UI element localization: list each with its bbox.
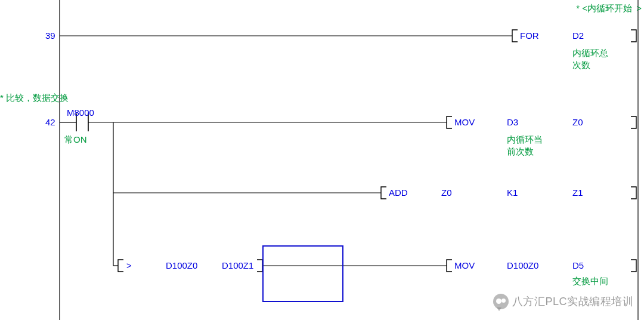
instruction-mov: MOV xyxy=(454,117,475,127)
compare-operator-gt: > xyxy=(126,260,132,270)
comment-inner-loop-current-1: 内循环当 xyxy=(507,134,543,146)
rung-comment-inner-loop-start: * <内循环开始 xyxy=(576,3,632,14)
wechat-icon xyxy=(493,294,509,309)
operand-k1: K1 xyxy=(507,187,518,198)
operand-d100z0: D100Z0 xyxy=(507,260,538,270)
comment-swap-temp: 交换中间 xyxy=(572,276,608,287)
watermark-text: 八方汇PLC实战编程培训 xyxy=(512,294,633,309)
operand-z0: Z0 xyxy=(572,117,583,127)
operand-z0-b: Z0 xyxy=(441,187,452,198)
instruction-add: ADD xyxy=(389,187,408,198)
step-address-39: 39 xyxy=(45,30,55,41)
section-comment-compare-swap: * 比较，数据交换 xyxy=(0,93,69,104)
instruction-for: FOR xyxy=(520,30,539,41)
compare-a-d100z0: D100Z0 xyxy=(166,260,197,270)
contact-comment-always-on: 常ON xyxy=(64,134,87,146)
compare-b-d100z1: D100Z1 xyxy=(222,260,253,270)
operand-d5: D5 xyxy=(572,260,584,270)
comment-inner-loop-current-2: 前次数 xyxy=(507,146,534,158)
comment-inner-loop-total-1: 内循环总 xyxy=(572,48,608,59)
operand-z1: Z1 xyxy=(572,187,583,198)
watermark: 八方汇PLC实战编程培训 xyxy=(493,294,633,309)
contact-m8000: M8000 xyxy=(67,107,94,118)
operand-d2: D2 xyxy=(572,30,584,41)
cursor-selection[interactable] xyxy=(262,245,343,302)
instruction-mov-2: MOV xyxy=(454,260,475,270)
rung-comment-arrow: > xyxy=(636,3,642,13)
operand-d3: D3 xyxy=(507,117,518,127)
comment-inner-loop-total-2: 次数 xyxy=(572,60,590,71)
step-address-42: 42 xyxy=(45,117,55,127)
